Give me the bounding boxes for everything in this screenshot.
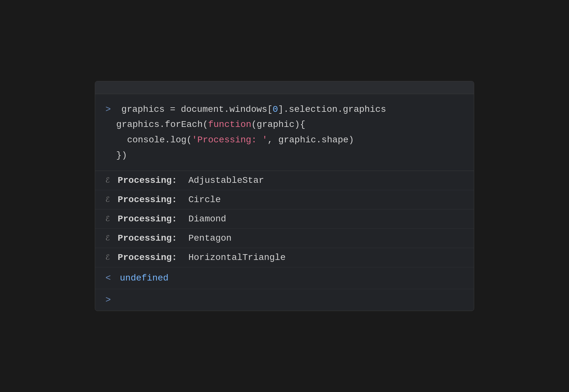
output-icon-1: ℰ <box>105 176 112 185</box>
input-prompt: > <box>105 295 111 305</box>
output-section: ℰ Processing: AdjustableStar ℰ Processin… <box>95 171 474 267</box>
output-label-4: Processing: <box>118 233 188 243</box>
output-value-4: Pentagon <box>188 233 231 243</box>
output-icon-3: ℰ <box>105 215 112 223</box>
undefined-text: undefined <box>120 273 168 283</box>
code-keyword: function <box>208 117 251 132</box>
undefined-row: < undefined <box>95 267 474 289</box>
input-row[interactable]: > <box>95 289 474 311</box>
code-line3-text1: console.log( <box>105 132 192 148</box>
code-line1-text2: ].selection.graphics <box>278 102 386 117</box>
code-line4-text: }) <box>105 148 127 163</box>
output-value-3: Diamond <box>188 214 226 224</box>
output-label-2: Processing: <box>118 195 188 205</box>
output-label-3: Processing: <box>118 214 188 224</box>
code-line-3: console.log('Processing: ', graphic.shap… <box>105 132 464 148</box>
output-row-5: ℰ Processing: HorizontalTriangle <box>95 248 474 267</box>
output-row-4: ℰ Processing: Pentagon <box>95 229 474 248</box>
code-bracket-val: 0 <box>273 102 278 117</box>
output-row-2: ℰ Processing: Circle <box>95 190 474 209</box>
output-label-1: Processing: <box>118 175 188 185</box>
output-value-1: AdjustableStar <box>188 175 264 185</box>
output-value-5: HorizontalTriangle <box>188 253 285 263</box>
code-line-1: > graphics = document.windows[0].selecti… <box>105 102 464 117</box>
console-content: > graphics = document.windows[0].selecti… <box>95 94 474 311</box>
top-bar <box>95 81 474 94</box>
undefined-arrow: < <box>105 273 111 283</box>
output-label-5: Processing: <box>118 253 188 263</box>
output-row-3: ℰ Processing: Diamond <box>95 209 474 229</box>
console-window: > graphics = document.windows[0].selecti… <box>95 81 474 311</box>
code-line3-text2: , graphic.shape) <box>267 132 354 148</box>
output-icon-5: ℰ <box>105 253 112 262</box>
code-line2-text1: graphics.forEach( <box>105 117 208 132</box>
code-block: > graphics = document.windows[0].selecti… <box>95 94 474 171</box>
code-line2-text2: (graphic){ <box>251 117 305 132</box>
output-value-2: Circle <box>188 195 221 205</box>
code-string: 'Processing: ' <box>192 132 267 148</box>
prompt-arrow-1: > <box>105 102 111 117</box>
code-line-4: }) <box>105 148 464 163</box>
output-icon-4: ℰ <box>105 234 112 243</box>
code-line-2: graphics.forEach(function(graphic){ <box>105 117 464 132</box>
output-icon-2: ℰ <box>105 195 112 204</box>
output-row-1: ℰ Processing: AdjustableStar <box>95 171 474 190</box>
code-line1-text1: graphics = document.windows[ <box>116 102 273 117</box>
